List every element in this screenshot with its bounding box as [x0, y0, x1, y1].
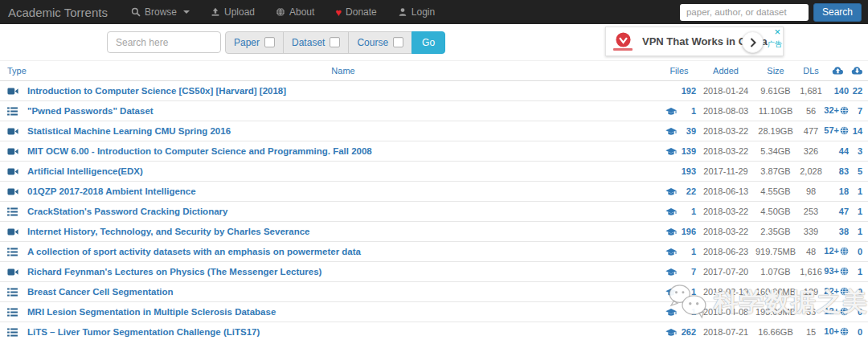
navbar-search: Search [680, 3, 868, 22]
go-button[interactable]: Go [411, 31, 445, 54]
files-cell[interactable]: 139 [677, 141, 699, 162]
files-cell[interactable]: 7 [677, 262, 699, 282]
edu-cell [659, 121, 677, 141]
files-cell[interactable]: 262 [677, 322, 699, 340]
files-cell[interactable]: 193 [677, 162, 699, 182]
torrent-link[interactable]: LiTS – Liver Tumor Segmentation Challeng… [27, 327, 260, 337]
nav-label-upload: Upload [224, 6, 255, 18]
nav-label-donate: Donate [346, 6, 377, 18]
ad-next-button[interactable] [742, 31, 764, 53]
navbar-search-input[interactable] [680, 4, 809, 21]
header-added[interactable]: Added [699, 61, 752, 81]
seeders-cell: 32+ [823, 101, 849, 121]
nav-item-login[interactable]: Login [387, 0, 445, 24]
torrent-link[interactable]: Breast Cancer Cell Segmentation [27, 287, 174, 297]
header-leechers[interactable] [849, 61, 868, 81]
seeders-count: 140 [834, 86, 849, 96]
torrent-link[interactable]: Artificial Intelligence(EDX) [27, 166, 143, 176]
header-type[interactable]: Type [0, 61, 27, 81]
seeders-cell: 93+ [823, 262, 849, 282]
brand[interactable]: Academic Torrents [0, 6, 121, 19]
paper-checkbox[interactable] [264, 37, 275, 47]
filter-course-label: Course [357, 37, 388, 48]
seeders-count: 18 [839, 186, 849, 196]
search-button[interactable]: Search [813, 3, 862, 22]
size-cell: 3.87GB [752, 162, 799, 182]
torrent-link[interactable]: Internet History, Technology, and Securi… [27, 227, 310, 236]
torrent-link[interactable]: 01QZP 2017-2018 Ambient Intelligence [27, 186, 196, 196]
torrent-link[interactable]: MIT OCW 6.00 - Introduction to Computer … [27, 146, 372, 156]
added-cell: 2018-03-22 [699, 202, 752, 222]
filter-paper-label: Paper [234, 37, 260, 48]
dataset-checkbox[interactable] [330, 37, 340, 47]
dls-cell: 48 [799, 242, 823, 262]
seeders-cell: 12+ [823, 302, 849, 322]
ad-banner[interactable]: VPN That Works in China × 广告 [605, 27, 784, 56]
list-icon [7, 207, 18, 216]
files-cell[interactable]: 1 [677, 282, 699, 302]
nav-label-browse: Browse [145, 6, 177, 18]
torrent-link[interactable]: Statistical Machine Learning CMU Spring … [27, 126, 231, 136]
type-cell [0, 182, 27, 202]
size-cell: 9.61GB [752, 81, 799, 101]
torrent-link[interactable]: Introduction to Computer Science [CS50x]… [27, 86, 286, 96]
nav-item-upload[interactable]: Upload [200, 0, 265, 24]
header-name[interactable]: Name [27, 61, 659, 81]
files-cell[interactable]: 192 [677, 81, 699, 101]
leechers-cell: 14 [849, 121, 868, 141]
files-cell[interactable]: 1 [677, 101, 699, 121]
added-cell: 2018-06-13 [699, 182, 752, 202]
torrent-link[interactable]: CrackStation's Password Cracking Diction… [27, 207, 227, 216]
seeders-count: 12+ [824, 306, 839, 316]
type-cell [0, 282, 27, 302]
graduation-cap-icon [665, 146, 677, 156]
seeders-cell: 12+ [823, 242, 849, 262]
leechers-cell: 3 [849, 141, 868, 162]
chevron-down-icon [183, 10, 190, 14]
seeders-cell: 10+ [823, 322, 849, 340]
ad-close-icon[interactable]: × [774, 27, 780, 38]
filter-search-input[interactable] [107, 31, 221, 53]
torrent-link[interactable]: MRI Lesion Segmentation in Multiple Scle… [27, 307, 276, 317]
torrent-link[interactable]: "Pwned Passwords" Dataset [27, 106, 154, 116]
edu-cell [659, 101, 677, 121]
graduation-cap-icon [665, 287, 677, 297]
filter-dataset-button[interactable]: Dataset [283, 31, 349, 54]
filter-paper-button[interactable]: Paper [225, 31, 284, 54]
course-checkbox[interactable] [393, 37, 403, 47]
globe-icon [840, 267, 849, 277]
files-cell[interactable]: 196 [677, 222, 699, 242]
seeders-count: 12+ [824, 246, 839, 256]
header-seeders[interactable] [823, 61, 849, 81]
header-dls[interactable]: DLs [799, 61, 823, 81]
filter-course-button[interactable]: Course [348, 31, 412, 54]
upload-icon [211, 7, 220, 17]
files-cell[interactable]: 39 [677, 121, 699, 141]
files-cell[interactable]: 1 [677, 242, 699, 262]
nav-item-donate[interactable]: ♥ Donate [325, 0, 387, 24]
nav-item-browse[interactable]: Browse [121, 0, 200, 24]
added-cell: 2018-03-22 [699, 141, 752, 162]
dls-cell: 15 [799, 322, 823, 340]
nav-label-about: About [289, 6, 314, 18]
size-cell: 1.07GB [752, 262, 799, 282]
seeders-count: 57+ [824, 125, 839, 135]
added-cell: 2018-07-21 [699, 322, 752, 340]
torrent-link[interactable]: A collection of sport activity datasets … [27, 247, 361, 256]
navbar: Academic Torrents Browse Upload About ♥ … [0, 0, 868, 24]
nav-item-about[interactable]: About [265, 0, 325, 24]
dls-cell: 1,681 [799, 81, 823, 101]
type-cell [0, 322, 27, 340]
size-cell: 5.34GB [752, 141, 799, 162]
files-cell[interactable]: 22 [677, 182, 699, 202]
graduation-cap-icon [665, 327, 677, 337]
files-cell[interactable]: 1 [677, 202, 699, 222]
torrent-link[interactable]: Richard Feynman's Lectures on Physics (T… [27, 267, 321, 277]
header-files[interactable]: Files [659, 61, 699, 81]
heart-icon: ♥ [335, 7, 342, 18]
header-size[interactable]: Size [752, 61, 799, 81]
files-cell[interactable]: 1 [677, 302, 699, 322]
edu-cell [659, 222, 677, 242]
page: Academic Torrents Browse Upload About ♥ … [0, 0, 868, 340]
edu-cell [659, 202, 677, 222]
